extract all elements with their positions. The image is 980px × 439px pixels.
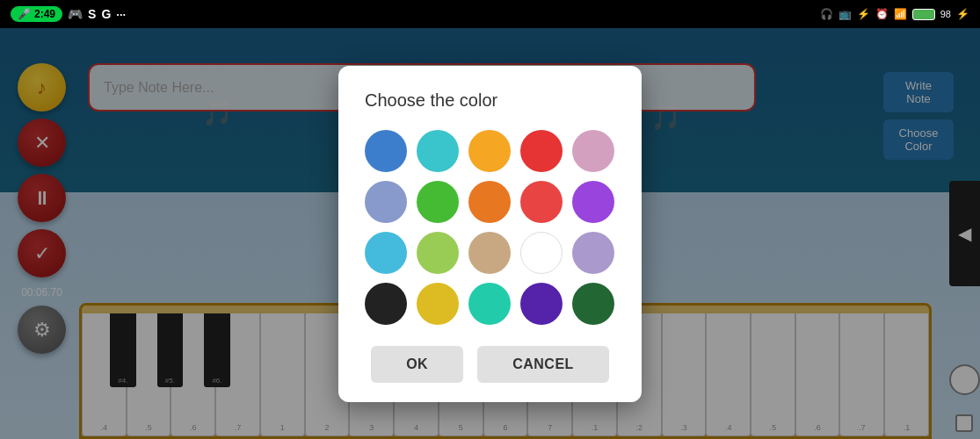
color-swatch-white[interactable] <box>520 232 563 274</box>
bluetooth-icon: ⚡ <box>857 8 870 20</box>
battery-fill <box>914 11 932 18</box>
g-icon: G <box>101 7 111 21</box>
battery-indicator <box>912 9 935 20</box>
headphone-icon: 🎧 <box>820 8 833 20</box>
game-icon: 🎮 <box>68 7 83 21</box>
color-swatch-teal[interactable] <box>417 130 459 172</box>
color-swatch-mint[interactable] <box>468 283 511 325</box>
mic-icon: 🎤 <box>18 8 31 20</box>
color-swatch-slate-blue[interactable] <box>365 181 407 223</box>
color-swatch-green[interactable] <box>417 181 459 223</box>
color-swatch-lavender[interactable] <box>572 232 614 274</box>
cancel-button[interactable]: CANCEL <box>477 346 609 383</box>
dots-icon: ··· <box>116 8 126 21</box>
signal-icon: 📶 <box>894 8 907 20</box>
battery-percent: 98 <box>940 9 951 19</box>
color-swatch-purple[interactable] <box>572 181 614 223</box>
color-swatch-tan[interactable] <box>468 232 511 274</box>
color-swatch-gold[interactable] <box>417 283 459 325</box>
status-bar-right: 🎧 📺 ⚡ ⏰ 📶 98 ⚡ <box>820 8 969 20</box>
status-bar: 🎤 2:49 🎮 S G ··· 🎧 📺 ⚡ ⏰ 📶 98 ⚡ <box>0 0 980 28</box>
color-swatch-dark-green[interactable] <box>572 283 614 325</box>
alarm-icon: ⏰ <box>875 8 889 20</box>
color-swatch-sky-blue[interactable] <box>365 232 407 274</box>
color-swatch-black[interactable] <box>365 283 407 325</box>
color-swatch-orange-yellow[interactable] <box>468 130 511 172</box>
charging-icon: ⚡ <box>956 8 969 20</box>
color-swatch-dark-purple[interactable] <box>520 283 563 325</box>
color-swatch-blue[interactable] <box>365 130 407 172</box>
dialog-title: Choose the color <box>365 90 615 111</box>
color-swatch-red[interactable] <box>520 130 563 172</box>
modal-overlay: Choose the color <box>0 28 980 439</box>
ok-button[interactable]: OK <box>371 346 463 383</box>
color-picker-dialog: Choose the color <box>338 66 642 402</box>
color-swatch-pink[interactable] <box>572 130 614 172</box>
color-grid <box>365 130 615 325</box>
status-bar-left: 🎤 2:49 🎮 S G ··· <box>11 6 126 22</box>
color-swatch-lime[interactable] <box>417 232 459 274</box>
color-swatch-orange[interactable] <box>468 181 511 223</box>
sim-icon: S <box>88 7 96 21</box>
status-time: 2:49 <box>34 8 55 20</box>
dialog-actions: OK CANCEL <box>365 346 615 383</box>
mic-pill: 🎤 2:49 <box>11 6 62 22</box>
cast-icon: 📺 <box>838 8 852 20</box>
color-swatch-coral[interactable] <box>520 181 563 223</box>
